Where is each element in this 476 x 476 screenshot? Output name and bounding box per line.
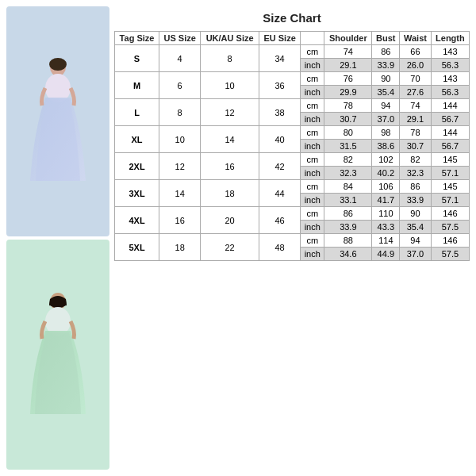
unit-inch: inch: [301, 167, 324, 180]
table-cell-us: 18: [159, 234, 201, 261]
bust-cm: 86: [372, 45, 400, 59]
waist-inch: 33.9: [400, 194, 432, 207]
table-cell-uk: 16: [201, 153, 259, 180]
col-header-shoulder: Shoulder: [324, 32, 372, 45]
table-cell-uk: 10: [201, 72, 259, 99]
bust-inch: 33.9: [372, 59, 400, 72]
waist-cm: 90: [400, 207, 432, 221]
table-cell-eu: 46: [259, 207, 301, 234]
waist-inch: 35.4: [400, 221, 432, 234]
shoulder-inch: 31.5: [324, 140, 372, 153]
bust-inch: 41.7: [372, 194, 400, 207]
chart-title: Size Chart: [114, 6, 470, 31]
bust-inch: 43.3: [372, 221, 400, 234]
table-cell-us: 16: [159, 207, 201, 234]
table-cell-us: 6: [159, 72, 201, 99]
unit-inch: inch: [301, 86, 324, 99]
col-header-length: Length: [431, 32, 469, 45]
table-row: S: [115, 45, 159, 72]
bust-cm: 110: [372, 207, 400, 221]
shoulder-cm: 88: [324, 234, 372, 248]
table-row: 2XL: [115, 153, 159, 180]
length-cm: 146: [431, 234, 469, 248]
size-chart-table: Tag Size US Size UK/AU Size EU Size Shou…: [114, 31, 470, 261]
length-cm: 143: [431, 45, 469, 59]
shoulder-cm: 86: [324, 207, 372, 221]
bust-inch: 35.4: [372, 86, 400, 99]
bust-cm: 98: [372, 126, 400, 140]
length-inch: 56.7: [431, 140, 469, 153]
bust-inch: 38.6: [372, 140, 400, 153]
length-cm: 145: [431, 180, 469, 194]
length-inch: 57.5: [431, 221, 469, 234]
svg-point-1: [49, 58, 67, 71]
table-cell-us: 14: [159, 180, 201, 207]
shoulder-cm: 76: [324, 72, 372, 86]
col-header-waist: Waist: [400, 32, 432, 45]
waist-inch: 30.7: [400, 140, 432, 153]
waist-inch: 37.0: [400, 248, 432, 261]
dress-image-top: [6, 6, 109, 236]
unit-cm: cm: [301, 234, 324, 248]
shoulder-inch: 34.6: [324, 248, 372, 261]
length-cm: 144: [431, 99, 469, 113]
col-header-unit: [301, 32, 324, 45]
unit-cm: cm: [301, 207, 324, 221]
shoulder-inch: 29.1: [324, 59, 372, 72]
waist-cm: 66: [400, 45, 432, 59]
bust-cm: 102: [372, 153, 400, 167]
shoulder-inch: 32.3: [324, 167, 372, 180]
waist-inch: 32.3: [400, 167, 432, 180]
table-cell-us: 8: [159, 99, 201, 126]
unit-cm: cm: [301, 126, 324, 140]
waist-cm: 86: [400, 180, 432, 194]
table-cell-eu: 38: [259, 99, 301, 126]
unit-cm: cm: [301, 153, 324, 167]
waist-inch: 27.6: [400, 86, 432, 99]
table-row: 3XL: [115, 180, 159, 207]
unit-cm: cm: [301, 72, 324, 86]
length-inch: 57.5: [431, 248, 469, 261]
unit-inch: inch: [301, 221, 324, 234]
unit-inch: inch: [301, 113, 324, 126]
length-cm: 143: [431, 72, 469, 86]
table-cell-us: 10: [159, 126, 201, 153]
bust-inch: 44.9: [372, 248, 400, 261]
table-cell-uk: 22: [201, 234, 259, 261]
bust-cm: 94: [372, 99, 400, 113]
table-row: M: [115, 72, 159, 99]
length-inch: 57.1: [431, 167, 469, 180]
waist-cm: 74: [400, 99, 432, 113]
unit-inch: inch: [301, 194, 324, 207]
col-header-bust: Bust: [372, 32, 400, 45]
unit-cm: cm: [301, 180, 324, 194]
length-inch: 56.3: [431, 59, 469, 72]
waist-cm: 82: [400, 153, 432, 167]
shoulder-cm: 74: [324, 45, 372, 59]
bust-inch: 37.0: [372, 113, 400, 126]
table-cell-uk: 12: [201, 99, 259, 126]
table-cell-uk: 18: [201, 180, 259, 207]
table-cell-uk: 8: [201, 45, 259, 72]
length-cm: 145: [431, 153, 469, 167]
unit-inch: inch: [301, 248, 324, 261]
table-cell-uk: 20: [201, 207, 259, 234]
col-header-ukau-size: UK/AU Size: [201, 32, 259, 45]
waist-cm: 94: [400, 234, 432, 248]
unit-inch: inch: [301, 140, 324, 153]
col-header-tag-size: Tag Size: [115, 32, 159, 45]
shoulder-cm: 82: [324, 153, 372, 167]
table-cell-eu: 40: [259, 126, 301, 153]
shoulder-cm: 78: [324, 99, 372, 113]
table-cell-us: 12: [159, 153, 201, 180]
table-row: XL: [115, 126, 159, 153]
waist-cm: 78: [400, 126, 432, 140]
length-cm: 144: [431, 126, 469, 140]
bust-cm: 90: [372, 72, 400, 86]
table-cell-eu: 44: [259, 180, 301, 207]
chart-section: Size Chart Tag Size US Size UK/AU Size E…: [114, 6, 470, 470]
length-inch: 56.3: [431, 86, 469, 99]
table-cell-eu: 48: [259, 234, 301, 261]
waist-cm: 70: [400, 72, 432, 86]
length-inch: 56.7: [431, 113, 469, 126]
